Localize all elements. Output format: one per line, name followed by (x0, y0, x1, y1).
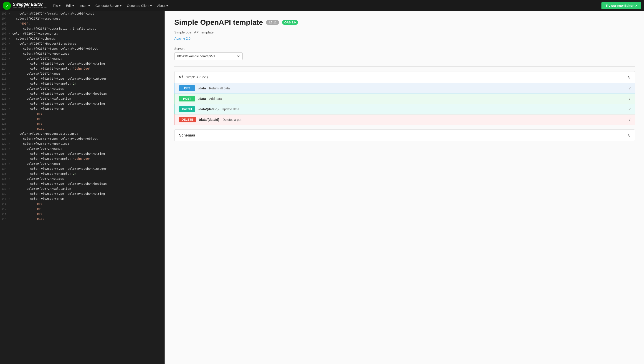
line-number: 109 (0, 42, 9, 46)
line-content: - Miss (12, 126, 164, 131)
line-content: color:#f92672">name: (12, 146, 164, 151)
editor-panel[interactable]: 103▸ color:#f92672">format: color:#4ec9b… (0, 12, 164, 364)
line-fold-icon: ▸ (9, 52, 12, 55)
line-content: color:#f92672">salutation: (12, 186, 164, 191)
line-fold-icon (9, 182, 12, 182)
code-line: 117 color:#f92672">example: 24 (0, 82, 164, 86)
schemas-header[interactable]: Schemas ∧ (174, 130, 635, 141)
nav-generate-server[interactable]: Generate Server ▾ (93, 2, 124, 9)
line-content: color:#f92672">properties: (12, 52, 164, 56)
line-number: 144 (0, 216, 9, 221)
brand: Swagger Editor Supported by SMARTBEAR (3, 2, 47, 10)
line-fold-icon: ▸ (9, 36, 12, 40)
line-content: color:#f92672">ResponseStructure: (12, 132, 164, 136)
line-fold-icon: ▸ (9, 32, 12, 35)
nav-edit[interactable]: Edit ▾ (64, 2, 76, 9)
line-number: 135 (0, 172, 9, 176)
line-number: 116 (0, 76, 9, 81)
line-number: 131 (0, 152, 9, 156)
line-number: 111 (0, 52, 9, 56)
code-line: 124 - Mr (0, 116, 164, 122)
endpoint-get-chevron-icon: ∨ (628, 86, 631, 90)
api-title: Simple OpenAPI template (174, 18, 263, 26)
line-fold-icon: ▸ (9, 72, 12, 75)
line-fold-icon (9, 136, 12, 137)
nav-about[interactable]: About ▾ (155, 2, 170, 9)
line-fold-icon: ▸ (9, 42, 12, 45)
nav-insert[interactable]: Insert ▾ (77, 2, 92, 9)
method-patch-badge: PATCH (179, 106, 195, 112)
line-number: 130 (0, 146, 9, 151)
separator (174, 66, 635, 67)
line-content: color:#f92672">properties: (12, 142, 164, 146)
code-line: 125 - Mrs (0, 122, 164, 126)
line-number: 120 (0, 96, 9, 101)
line-content: color:#f92672">example: "John Doe" (12, 156, 164, 161)
line-number: 114 (0, 66, 9, 71)
line-fold-icon (9, 122, 12, 122)
line-number: 103 (0, 12, 9, 16)
server-select[interactable]: https://example.com/api/v1 (174, 52, 242, 60)
line-fold-icon (9, 92, 12, 92)
code-line: 116 color:#f92672">type: color:#4ec9b0">… (0, 76, 164, 82)
schemas-section: Schemas ∧ (174, 130, 635, 141)
line-fold-icon (9, 46, 12, 47)
line-fold-icon: ▸ (9, 12, 12, 15)
code-line: 134 color:#f92672">type: color:#4ec9b0">… (0, 166, 164, 172)
nav-edit-label: Edit (66, 4, 72, 8)
line-content: color:#f92672">type: color:#4ec9b0">stri… (12, 62, 164, 66)
line-fold-icon (9, 16, 12, 17)
line-content: color:#f92672">type: color:#4ec9b0">stri… (12, 152, 164, 156)
try-new-editor-button[interactable]: Try our new Editor ↗ (602, 2, 641, 9)
brand-logo-icon (3, 2, 11, 10)
endpoint-get-path: /data (198, 86, 206, 90)
api-group-v1: v1 Simple API (v1) ∧ GET /data Return al… (174, 71, 635, 125)
line-number: 112 (0, 56, 9, 61)
nav-file[interactable]: File ▾ (51, 2, 63, 9)
line-content: color:#f92672">age: (12, 162, 164, 166)
line-number: 117 (0, 82, 9, 86)
endpoint-post-data[interactable]: POST /data Add data ∨ (174, 94, 635, 104)
code-line: 133▸ color:#f92672">age: (0, 162, 164, 166)
nav-about-arrow: ▾ (166, 4, 168, 8)
code-line: 136▸ color:#f92672">status: (0, 176, 164, 182)
preview-panel[interactable]: Simple OpenAPI template 1.0.11 OAS 3.0 S… (165, 12, 644, 364)
line-fold-icon (9, 82, 12, 82)
endpoint-patch-data[interactable]: PATCH /data/{dataId} Update data ∨ (174, 104, 635, 114)
endpoint-delete-desc: Deletes a pet (222, 118, 242, 122)
line-content: color:#f92672">type: color:#4ec9b0">stri… (12, 192, 164, 196)
line-number: 137 (0, 182, 9, 186)
line-content: - Mr (12, 116, 164, 121)
line-content: color:#f92672">age: (12, 72, 164, 76)
line-number: 138 (0, 186, 9, 191)
line-number: 105 (0, 22, 9, 26)
api-group-header[interactable]: v1 Simple API (v1) ∧ (174, 71, 635, 83)
nav-generate-client[interactable]: Generate Client ▾ (125, 2, 154, 9)
line-number: 107 (0, 32, 9, 36)
code-line: 122▸ color:#f92672">enum: (0, 106, 164, 112)
line-number: 142 (0, 206, 9, 211)
license-link[interactable]: Apache 2.0 (174, 37, 190, 40)
line-fold-icon (9, 212, 12, 212)
method-delete-badge: DELETE (179, 117, 196, 122)
line-content: - Mrs (12, 122, 164, 126)
endpoint-get-data[interactable]: GET /data Return all data ∨ (174, 83, 635, 94)
line-fold-icon (9, 126, 12, 127)
line-fold-icon (9, 202, 12, 202)
nav-generate-server-label: Generate Server (95, 4, 119, 8)
line-content: color:#f92672">enum: (12, 106, 164, 111)
nav-insert-label: Insert (80, 4, 88, 8)
endpoint-delete-data[interactable]: DELETE /data/{dataId} Deletes a pet ∨ (174, 114, 635, 125)
line-content: color:#f92672">type: color:#4ec9b0">bool… (12, 92, 164, 96)
line-fold-icon (9, 116, 12, 117)
line-number: 133 (0, 162, 9, 166)
line-content: color:#f92672">type: color:#4ec9b0">obje… (12, 46, 164, 51)
line-content: color:#f92672">example: "John Doe" (12, 66, 164, 71)
nav-generate-client-label: Generate Client (127, 4, 149, 8)
line-number: 104 (0, 16, 9, 21)
line-number: 108 (0, 36, 9, 41)
line-content: - Mr (12, 206, 164, 211)
line-content: color:#f92672">format: color:#4ec9b0">in… (12, 12, 164, 16)
code-line: 103▸ color:#f92672">format: color:#4ec9b… (0, 12, 164, 16)
line-fold-icon (9, 156, 12, 157)
